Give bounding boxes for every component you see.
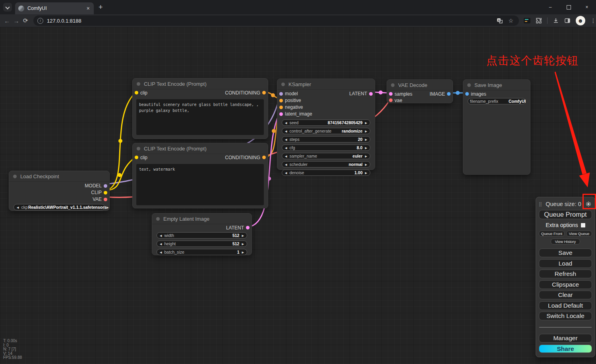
manager-button[interactable]: Manager xyxy=(539,334,592,343)
output-slot-vae[interactable] xyxy=(104,198,107,201)
widget-control-after-generate[interactable]: control_after_generaterandomize xyxy=(282,128,370,134)
save-button[interactable]: Save xyxy=(539,248,592,257)
input-slot-negative[interactable] xyxy=(279,106,283,109)
node-collapse-dot[interactable] xyxy=(137,82,140,86)
prev-value-icon[interactable] xyxy=(160,242,162,246)
menu-kebab-icon[interactable]: ⋮ xyxy=(590,17,596,24)
input-slot-latent-image[interactable] xyxy=(279,112,283,116)
side-panel-icon[interactable] xyxy=(564,17,571,24)
prompt-textarea[interactable]: text, watermark xyxy=(136,164,264,205)
next-value-icon[interactable] xyxy=(365,154,367,158)
prev-value-icon[interactable] xyxy=(285,121,287,125)
queue-prompt-button[interactable]: Queue Prompt xyxy=(539,210,592,219)
next-value-icon[interactable] xyxy=(106,205,109,210)
view-queue-button[interactable]: View Queue xyxy=(566,231,592,237)
maximize-button[interactable] xyxy=(559,0,578,14)
output-slot-model[interactable] xyxy=(104,184,107,188)
widget-batch-size[interactable]: batch_size1 xyxy=(157,249,247,255)
output-slot-image[interactable] xyxy=(447,92,451,96)
input-slot-positive[interactable] xyxy=(279,99,283,102)
queue-front-button[interactable]: Queue Front xyxy=(539,231,565,237)
share-button[interactable]: Share xyxy=(539,345,592,353)
downloads-icon[interactable] xyxy=(553,17,559,24)
output-slot-latent[interactable] xyxy=(246,226,250,229)
back-icon[interactable]: ← xyxy=(2,17,12,24)
input-slot-samples[interactable] xyxy=(389,92,393,96)
input-slot-model[interactable] xyxy=(279,92,283,96)
prev-value-icon[interactable] xyxy=(285,162,287,167)
widget-filename-prefix[interactable]: filename_prefix ComfyUI xyxy=(468,98,526,104)
view-history-button[interactable]: View History xyxy=(551,239,580,245)
minimize-button[interactable]: – xyxy=(541,0,559,14)
node-collapse-dot[interactable] xyxy=(137,147,140,150)
input-slot-images[interactable] xyxy=(465,92,469,96)
node-collapse-dot[interactable] xyxy=(156,217,160,221)
input-slot-clip[interactable] xyxy=(135,156,138,159)
extensions-puzzle-icon[interactable] xyxy=(536,17,542,24)
widget-cfg[interactable]: cfg8.0 xyxy=(282,144,370,151)
prompt-textarea[interactable]: beautiful scenery nature glass bottle la… xyxy=(136,99,264,135)
prev-value-icon[interactable] xyxy=(285,146,287,150)
next-value-icon[interactable] xyxy=(242,250,244,254)
widget-scheduler[interactable]: schedulernormal xyxy=(282,161,370,168)
extension-shortcut-icon[interactable] xyxy=(524,18,530,23)
node-ksampler[interactable]: KSampler model positive negative latent_… xyxy=(277,79,375,170)
next-value-icon[interactable] xyxy=(242,233,244,238)
widget-height[interactable]: height512 xyxy=(157,241,247,247)
prev-value-icon[interactable] xyxy=(160,233,162,238)
tab-search-chevron-icon[interactable] xyxy=(3,3,12,12)
next-value-icon[interactable] xyxy=(242,242,244,246)
next-value-icon[interactable] xyxy=(365,162,367,167)
prev-value-icon[interactable] xyxy=(285,154,287,158)
input-slot-vae[interactable] xyxy=(389,98,393,102)
bookmark-star-icon[interactable]: ☆ xyxy=(508,17,513,24)
graph-canvas[interactable]: Load Checkpoint MODEL CLIP VAE ckp Reali… xyxy=(0,27,596,364)
node-collapse-dot[interactable] xyxy=(281,83,285,86)
switch-locale-button[interactable]: Switch Locale xyxy=(539,312,592,320)
refresh-button[interactable]: Refresh xyxy=(539,270,592,278)
profile-avatar[interactable]: ☻ xyxy=(576,16,585,25)
clear-button[interactable]: Clear xyxy=(539,291,592,299)
prev-value-icon[interactable] xyxy=(285,129,287,133)
widget-steps[interactable]: steps20 xyxy=(282,136,370,143)
translate-icon[interactable]: A xyxy=(497,18,503,24)
clipspace-button[interactable]: Clipspace xyxy=(539,280,592,289)
address-bar[interactable]: i 127.0.0.1:8188 A ☆ xyxy=(33,15,519,26)
reload-icon[interactable]: ⟳ xyxy=(21,17,30,24)
extra-options-checkbox[interactable] xyxy=(581,223,585,227)
output-slot-conditioning[interactable] xyxy=(262,91,266,94)
new-tab-button[interactable]: + xyxy=(99,3,103,12)
next-value-icon[interactable] xyxy=(365,171,367,175)
node-clip-text-encode-positive[interactable]: CLIP Text Encode (Prompt) clip CONDITION… xyxy=(132,78,268,139)
next-value-icon[interactable] xyxy=(365,129,367,133)
node-save-image[interactable]: Save Image images filename_prefix ComfyU… xyxy=(463,79,530,175)
widget-denoise[interactable]: denoise1.00 xyxy=(282,169,370,176)
prev-value-icon[interactable] xyxy=(160,250,162,254)
node-clip-text-encode-negative[interactable]: CLIP Text Encode (Prompt) clip CONDITION… xyxy=(132,143,268,208)
node-empty-latent-image[interactable]: Empty Latent Image LATENT width512 heigh… xyxy=(152,213,252,255)
prev-value-icon[interactable] xyxy=(17,205,19,210)
next-value-icon[interactable] xyxy=(365,121,367,125)
node-collapse-dot[interactable] xyxy=(13,175,17,178)
settings-gear-button[interactable] xyxy=(585,200,592,208)
node-vae-decode[interactable]: VAE Decode samples IMAGE vae xyxy=(387,79,453,103)
site-info-icon[interactable]: i xyxy=(37,18,43,24)
node-collapse-dot[interactable] xyxy=(391,83,395,87)
widget-width[interactable]: width512 xyxy=(157,232,247,239)
close-button[interactable]: × xyxy=(578,0,596,14)
browser-tab[interactable]: ComfyUI × xyxy=(15,2,94,14)
output-slot-clip[interactable] xyxy=(104,191,107,195)
url-text[interactable]: 127.0.0.1:8188 xyxy=(47,18,497,24)
widget-ckpt-name[interactable]: ckp Realistic\AWPortrait_v1.1.1.safetens… xyxy=(14,204,105,210)
tab-close-icon[interactable]: × xyxy=(86,5,91,12)
node-load-checkpoint[interactable]: Load Checkpoint MODEL CLIP VAE ckp Reali… xyxy=(9,171,110,211)
output-slot-latent[interactable] xyxy=(369,92,373,96)
next-value-icon[interactable] xyxy=(365,146,367,150)
widget-seed[interactable]: seed874156742805429 xyxy=(282,119,370,126)
output-slot-conditioning[interactable] xyxy=(262,156,266,159)
widget-sampler-name[interactable]: sampler_nameeuler xyxy=(282,153,370,159)
load-button[interactable]: Load xyxy=(539,259,592,268)
prev-value-icon[interactable] xyxy=(285,137,287,142)
input-slot-clip[interactable] xyxy=(135,91,138,94)
prev-value-icon[interactable] xyxy=(285,171,287,175)
